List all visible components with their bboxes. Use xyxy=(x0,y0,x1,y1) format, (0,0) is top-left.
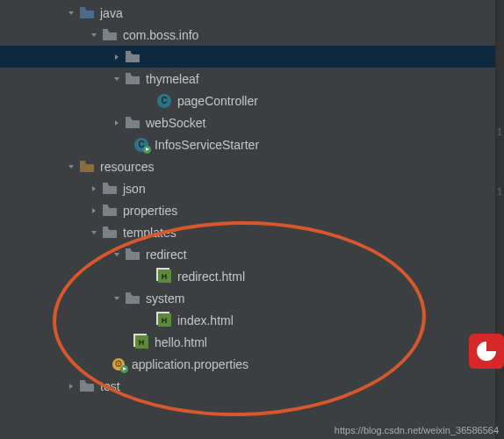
svg-rect-9 xyxy=(126,248,131,251)
tree-label: redirect.html xyxy=(177,270,245,284)
tree-label: InfosServiceStarter xyxy=(155,138,259,152)
watermark-logo-icon xyxy=(469,334,504,369)
tree-item-infos-service-starter[interactable]: C InfosServiceStarter xyxy=(0,133,504,155)
chevron-down-icon xyxy=(67,10,76,17)
chevron-right-icon xyxy=(112,54,121,61)
folder-icon xyxy=(79,379,95,393)
html-file-icon: H xyxy=(156,270,172,284)
tree-label: index.html xyxy=(177,313,234,327)
folder-icon xyxy=(102,226,118,240)
package-icon xyxy=(125,116,140,130)
gutter-marker: 1 xyxy=(497,126,502,137)
svg-rect-5 xyxy=(80,161,85,163)
tree-item-websocket[interactable]: webSocket xyxy=(0,112,504,133)
svg-rect-0 xyxy=(80,7,85,10)
folder-icon xyxy=(102,204,118,218)
tree-item-index-html[interactable]: H index.html xyxy=(0,309,504,331)
tree-label: java xyxy=(100,6,123,20)
gutter-marker: 1 xyxy=(497,186,502,197)
tree-item-redirect[interactable]: redirect xyxy=(0,243,504,265)
tree-label: thymeleaf xyxy=(146,72,199,86)
package-icon xyxy=(125,50,140,64)
folder-icon xyxy=(79,6,95,20)
tree-label: resources xyxy=(100,160,154,174)
tree-item-hello-html[interactable]: H hello.html xyxy=(0,331,504,353)
chevron-down-icon xyxy=(67,163,76,170)
svg-rect-2 xyxy=(126,51,131,54)
package-icon xyxy=(125,72,140,86)
tree-label: application.properties xyxy=(132,357,248,371)
tree-label: json xyxy=(123,182,146,196)
tree-item-test[interactable]: test xyxy=(0,375,504,397)
class-runnable-icon: C xyxy=(133,138,149,152)
tree-item-json[interactable]: json xyxy=(0,177,504,199)
svg-rect-11 xyxy=(80,380,85,383)
tree-item-com-boss-info[interactable]: com.boss.info xyxy=(0,24,504,46)
folder-icon xyxy=(125,248,140,262)
svg-rect-1 xyxy=(103,29,108,32)
svg-rect-3 xyxy=(126,73,131,76)
tree-label: properties xyxy=(123,204,177,218)
svg-rect-8 xyxy=(103,227,108,229)
tree-item-pagecontroller[interactable]: C pageController xyxy=(0,90,504,112)
watermark-url: https://blog.csdn.net/weixin_36586564 xyxy=(335,425,499,435)
folder-icon xyxy=(102,182,118,196)
svg-rect-4 xyxy=(126,117,131,119)
chevron-down-icon xyxy=(90,229,98,236)
tree-item-thymeleaf[interactable]: thymeleaf xyxy=(0,68,504,90)
tree-label: hello.html xyxy=(155,335,207,349)
class-icon: C xyxy=(156,94,172,108)
svg-rect-7 xyxy=(103,205,108,207)
svg-rect-6 xyxy=(103,183,108,185)
tree-item-selected-package[interactable] xyxy=(0,46,504,68)
tree-item-redirect-html[interactable]: H redirect.html xyxy=(0,265,504,287)
tree-item-application-properties[interactable]: application.properties xyxy=(0,353,504,375)
chevron-down-icon xyxy=(112,295,121,302)
package-icon xyxy=(102,28,118,42)
tree-item-templates[interactable]: templates xyxy=(0,221,504,243)
project-tree: java com.boss.info thymeleaf C pageContr… xyxy=(0,0,504,397)
chevron-right-icon xyxy=(112,119,121,126)
chevron-right-icon xyxy=(90,185,98,192)
tree-label: templates xyxy=(123,226,176,240)
properties-file-icon xyxy=(111,357,126,371)
tree-label: system xyxy=(146,291,184,306)
tree-label: com.boss.info xyxy=(123,28,198,42)
chevron-right-icon xyxy=(90,207,98,214)
html-file-icon: H xyxy=(156,313,172,327)
tree-label: redirect xyxy=(146,248,187,262)
tree-label: webSocket xyxy=(146,116,205,130)
tree-label: pageController xyxy=(177,94,258,108)
tree-label: test xyxy=(100,379,120,393)
editor-gutter: 1 1 xyxy=(495,0,504,439)
html-file-icon: H xyxy=(133,335,149,349)
svg-rect-10 xyxy=(126,292,131,295)
chevron-down-icon xyxy=(112,251,121,258)
tree-item-system[interactable]: system xyxy=(0,287,504,309)
folder-icon xyxy=(125,291,140,306)
resources-folder-icon xyxy=(79,160,95,174)
tree-item-resources[interactable]: resources xyxy=(0,155,504,177)
tree-item-properties[interactable]: properties xyxy=(0,199,504,221)
chevron-down-icon xyxy=(112,76,121,83)
chevron-right-icon xyxy=(67,383,76,390)
tree-item-java[interactable]: java xyxy=(0,2,504,24)
chevron-down-icon xyxy=(90,32,98,39)
